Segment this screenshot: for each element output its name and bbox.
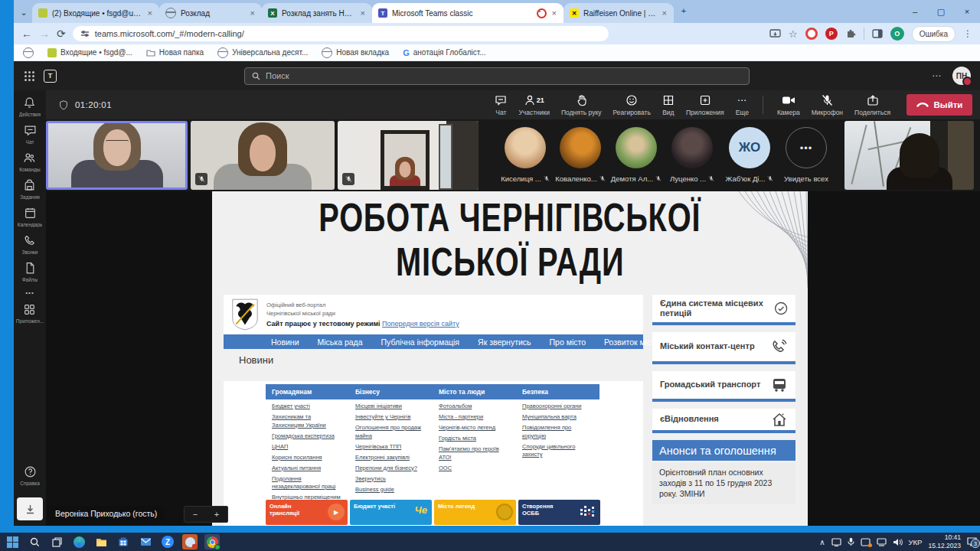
extensions-puzzle-icon[interactable] [845,28,856,39]
site-link[interactable]: Фотоальбом [439,403,510,411]
participant-avatar-initials[interactable]: ЖО [729,127,770,168]
leave-call-button[interactable]: Выйти [906,94,972,116]
nav-item[interactable]: Як звернутись [478,337,531,347]
rail-item-chat[interactable]: Чат [24,124,37,145]
site-link[interactable]: ЦНАП [272,443,343,452]
tile-participation-budget[interactable]: Бюджет участі Че [350,500,432,525]
site-settings-icon[interactable] [80,29,90,38]
tab-rozklad[interactable]: Розклад × [159,3,262,23]
apps-button[interactable]: Приложения [681,93,729,118]
zoom-out-button[interactable]: − [193,510,198,519]
microphone-button[interactable]: Микрофон [807,93,848,118]
screen-share-tray-icon[interactable] [861,538,871,546]
language-indicator[interactable]: УКР [909,538,923,546]
clock[interactable]: 10:41 15.12.2023 [928,533,961,549]
opera-extension-icon[interactable] [805,28,818,40]
tray-mic-icon[interactable] [848,537,854,546]
tab-close-icon[interactable]: × [250,8,256,18]
announcement-item[interactable]: Орієнтовний план основних заходів з 11 п… [652,462,795,504]
teams-classic-taskbar-icon[interactable] [182,534,198,549]
site-link[interactable]: Місцеві ініціативи [355,403,426,411]
tray-expand-icon[interactable]: ∧ [819,538,825,546]
network-icon[interactable] [877,538,887,546]
site-link[interactable]: Звернутись [355,475,426,484]
site-link[interactable]: Корисні посилання [272,454,343,462]
site-link[interactable]: Пам'ятаємо про героїв АТО! [439,445,510,461]
zoom-in-button[interactable]: + [214,510,219,519]
site-link[interactable]: Електронні закупівлі [355,454,426,462]
video-tile[interactable] [191,121,335,190]
volume-icon[interactable] [893,538,903,546]
tab-teams-active[interactable]: T Microsoft Teams classic × [372,3,564,23]
nav-item[interactable]: Розвиток міста [604,337,659,347]
site-link[interactable]: Подолання незадекларованої праці [272,475,343,491]
tab-close-icon[interactable]: × [662,8,668,18]
tile-city-of-legends[interactable]: Місто легенд [434,500,516,525]
site-link[interactable]: Актуальні питання [272,465,343,473]
start-button[interactable] [5,534,20,549]
pinterest-extension-icon[interactable]: P [825,28,838,40]
window-minimize-button[interactable]: – [902,7,928,16]
site-link[interactable]: Повідомлення про корупцію [522,424,593,440]
chrome-menu-icon[interactable]: ⋮ [963,28,972,39]
zoom-app-icon[interactable]: Z [160,534,175,549]
react-button[interactable]: Реагировать [609,93,655,118]
site-link[interactable]: Захисникам та Захисницям України [272,413,343,429]
mail-icon[interactable] [138,534,153,549]
site-link[interactable]: Правоохоронні органи [522,403,593,411]
rail-item-files[interactable]: Файлы [22,262,38,282]
video-tile[interactable] [844,121,974,190]
app-launcher-icon[interactable] [24,71,34,81]
shared-presentation[interactable]: РОБОТА ЧЕРНІГІВСЬКОЇ МІСЬКОЇ РАДИ Офіцій… [212,191,808,526]
previous-version-link[interactable]: Попередня версія сайту [382,320,459,328]
nav-item[interactable]: Публічна інформація [381,337,459,347]
microsoft-store-icon[interactable] [116,534,131,549]
rail-item-apps[interactable]: Приложен... [16,303,44,324]
site-link[interactable]: Чернігівська ТПП [355,443,426,452]
nav-item[interactable]: Про місто [550,337,586,347]
rail-item-calls[interactable]: Звонки [22,234,38,255]
site-link[interactable]: ООС [439,465,510,473]
share-button[interactable]: Поделиться [850,93,895,118]
rail-item-assignments[interactable]: Задания [20,179,40,200]
file-explorer-icon[interactable] [93,534,109,549]
bookmark-item[interactable]: Новая вкладка [322,47,389,58]
new-tab-button[interactable]: + [677,2,691,19]
camera-button[interactable]: Камера [773,93,805,118]
teams-more-icon[interactable]: ⋯ [932,70,942,81]
address-bar[interactable]: teams.microsoft.com/_#/modern-calling/ [73,26,609,41]
sync-error-button[interactable]: Ошибка [912,26,956,42]
chat-button[interactable]: Чат [490,93,511,118]
site-link[interactable]: Перепони для бізнесу? [355,465,426,473]
bookmark-item[interactable]: Універсальна десят... [217,47,308,58]
bookmark-globe[interactable] [23,47,34,58]
site-link[interactable]: Гордість міста [439,435,510,443]
window-maximize-button[interactable]: ▢ [928,7,954,17]
site-link[interactable]: Бюджет участі [272,403,343,411]
rail-more-icon[interactable]: ••• [25,289,34,296]
tile-create-osbb[interactable]: Створення ОСББ [518,500,600,525]
display-cast-icon[interactable] [831,538,841,546]
view-button[interactable]: Вид [658,93,679,118]
teams-profile-avatar[interactable]: ПН [952,67,971,85]
site-link[interactable]: Муніципальна варта [522,413,593,422]
rail-item-teams[interactable]: Команды [19,152,41,172]
service-card-erecovery[interactable]: єВідновлення [652,409,795,433]
back-icon[interactable]: ← [21,28,32,40]
site-link[interactable]: Чернігів-місто легенд [439,424,510,432]
site-link[interactable]: Міста - партнери [439,413,510,422]
tab-close-icon[interactable]: × [360,8,366,18]
site-link[interactable]: Інвестуйте у Чернігів [355,413,426,422]
reload-icon[interactable]: ⟳ [57,28,66,40]
teams-search-input[interactable]: Поиск [244,67,750,85]
nav-item[interactable]: Новини [271,337,299,347]
profile-avatar[interactable]: O [890,27,904,41]
tab-raiffeisen[interactable]: ✕ Raiffeisen Online | Raiffeisen Ba × [564,3,674,23]
tab-excel[interactable]: X Розклад занять ННІ Е 30.10-2 × [262,3,372,23]
chrome-taskbar-icon[interactable] [204,534,220,549]
site-link[interactable]: Споруди цивільного захисту [522,443,593,459]
site-link[interactable]: Оголошення про продаж майна [355,424,426,440]
tile-online-broadcasts[interactable]: Онлайн трансляції ▶ [266,500,348,525]
window-close-button[interactable]: × [954,7,980,16]
bookmark-item[interactable]: Входящие • fsgd@... [47,48,132,57]
